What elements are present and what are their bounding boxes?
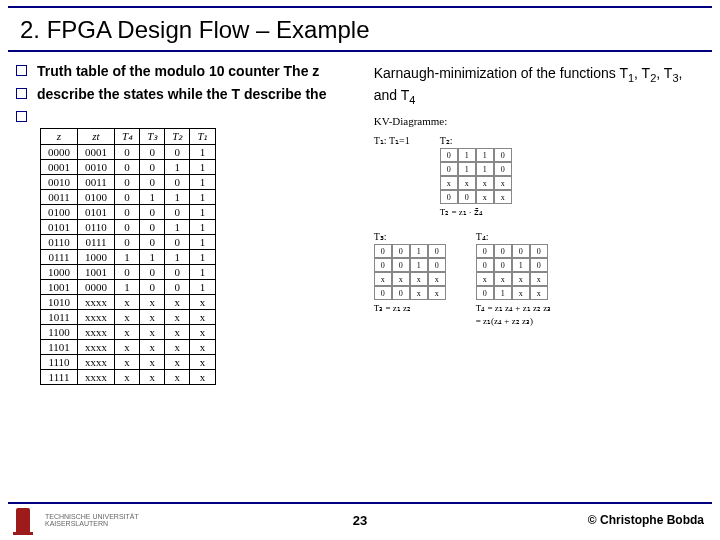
kv-cell: 0 [530,258,548,272]
footer: TECHNISCHE UNIVERSITÄT KAISERSLAUTERN 23… [0,506,720,534]
table-header: T₃ [140,128,165,144]
kv-cell: 0 [440,190,458,204]
kv-cell: 0 [374,286,392,300]
kv-cell: 0 [428,258,446,272]
kv-cell: 1 [410,244,428,258]
kv-map-t3: T₃: 00100010xxxx00xx T₃ = z₁ z₂ [374,231,446,326]
left-column: Truth table of the modulo 10 counter The… [16,62,374,385]
table-header: z [41,128,78,144]
kv-cell: 0 [476,286,494,300]
table-row: 011001110001 [41,234,216,249]
bullet-2: describe the states while the T describe… [16,85,374,104]
table-row: 001000110001 [41,174,216,189]
kv-cell: x [392,272,410,286]
kv-cell: 0 [392,286,410,300]
table-row: 1110xxxxxxxx [41,354,216,369]
table-header: zt [78,128,115,144]
kv-cell: 0 [494,244,512,258]
kv-cell: x [410,272,428,286]
content-area: Truth table of the modulo 10 counter The… [0,62,720,385]
kv-cell: x [440,176,458,190]
kv-cell: 1 [410,258,428,272]
kv-cell: x [476,272,494,286]
table-row: 1100xxxxxxxx [41,324,216,339]
table-header: T₄ [115,128,140,144]
kv-diagrams: KV-Diagramme: T₁: T₁=1 T₂: 01100110xxxx0… [374,115,704,326]
kv-cell: 0 [392,244,410,258]
kv-cell: 0 [374,258,392,272]
bullet-box-icon [16,65,27,76]
kv-cell: 0 [440,162,458,176]
rule-bottom [8,502,712,504]
slide-title: 2. FPGA Design Flow – Example [0,8,720,48]
table-row: 000000010001 [41,144,216,159]
bullet-2-text: describe the states while the T describe… [37,85,326,104]
kv-map-t4: T₄: 00000010xxxx01xx T₄ = z₁ z₄ + z₁ z₂ … [476,231,551,326]
table-row: 001101000111 [41,189,216,204]
kv-cell: x [494,190,512,204]
table-header: T₁ [190,128,215,144]
kv-cell: 0 [476,244,494,258]
kv-cell: 0 [428,244,446,258]
kv-cell: x [530,272,548,286]
rule-under-title [8,50,712,52]
kv-cell: x [476,176,494,190]
truth-table: zztT₄T₃T₂T₁ 0000000100010001001000110010… [40,128,216,385]
kv-cell: 0 [458,190,476,204]
kv-cell: x [374,272,392,286]
kv-cell: 1 [512,258,530,272]
kv-cell: 0 [494,258,512,272]
table-row: 1111xxxxxxxx [41,369,216,384]
table-row: 100100001001 [41,279,216,294]
kv-cell: 1 [458,148,476,162]
kv-cell: x [458,176,476,190]
kv-cell: 0 [530,244,548,258]
kv-cell: 0 [392,258,410,272]
page-number: 23 [353,513,367,528]
table-row: 1101xxxxxxxx [41,339,216,354]
kv-cell: 1 [494,286,512,300]
kv-cell: 1 [476,162,494,176]
logo-column-icon [16,508,30,532]
kv-cell: x [410,286,428,300]
kv-cell: x [428,286,446,300]
table-row: 011110001111 [41,249,216,264]
bullet-3 [16,108,374,122]
kv-cell: x [512,286,530,300]
kv-cell: 0 [512,244,530,258]
bullet-box-icon [16,88,27,99]
bullet-1-text: Truth table of the modulo 10 counter The… [37,62,319,81]
table-row: 100010010001 [41,264,216,279]
kv-cell: 0 [440,148,458,162]
table-header: T₂ [165,128,190,144]
right-intro: Karnaugh-minimization of the functions T… [374,62,704,107]
university-logo: TECHNISCHE UNIVERSITÄT KAISERSLAUTERN [16,508,139,532]
kv-cell: 0 [494,148,512,162]
table-row: 000100100011 [41,159,216,174]
kv-cell: 0 [494,162,512,176]
kv-cell: x [476,190,494,204]
right-column: Karnaugh-minimization of the functions T… [374,62,704,385]
table-row: 010001010001 [41,204,216,219]
kv-cell: 0 [476,258,494,272]
kv-cell: x [530,286,548,300]
table-row: 010101100011 [41,219,216,234]
kv-map-t2: T₂: 01100110xxxx00xx T₂ = z₁ · z̄₄ [440,135,512,217]
kv-cell: x [494,176,512,190]
copyright: © Christophe Bobda [588,513,704,527]
bullet-box-icon [16,111,27,122]
kv-cell: x [494,272,512,286]
kv-cell: 0 [374,244,392,258]
kv-cell: 1 [458,162,476,176]
kv-heading: KV-Diagramme: [374,115,704,127]
kv-cell: x [428,272,446,286]
table-row: 1011xxxxxxxx [41,309,216,324]
bullet-1: Truth table of the modulo 10 counter The… [16,62,374,81]
kv-map-t1: T₁: T₁=1 [374,135,410,217]
table-row: 1010xxxxxxxx [41,294,216,309]
kv-cell: 1 [476,148,494,162]
kv-cell: x [512,272,530,286]
